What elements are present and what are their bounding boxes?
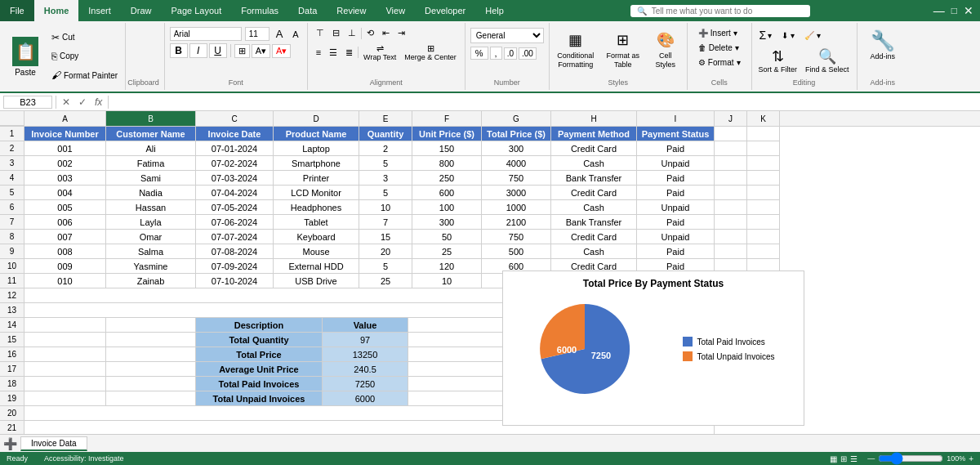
table-cell[interactable]: 5 <box>359 259 412 274</box>
tab-formulas[interactable]: Formulas <box>231 0 288 21</box>
table-cell[interactable]: Paid <box>637 186 715 200</box>
table-cell[interactable]: 07-10-2024 <box>196 274 274 288</box>
row-num[interactable]: 9 <box>0 244 24 259</box>
table-cell[interactable]: 2100 <box>482 215 551 230</box>
number-format-select[interactable]: General Number Currency <box>470 28 544 43</box>
table-cell[interactable]: 003 <box>24 171 106 186</box>
tab-page-layout[interactable]: Page Layout <box>161 0 231 21</box>
comma-button[interactable]: , <box>490 47 502 60</box>
insert-button[interactable]: ➕ Insert ▾ <box>691 26 748 40</box>
table-cell[interactable]: 005 <box>24 200 106 215</box>
row-num[interactable]: 12 <box>0 288 24 303</box>
summary-value-cell[interactable]: 6000 <box>323 391 408 406</box>
increase-decimal-button[interactable]: .0 <box>504 47 517 60</box>
table-cell[interactable]: 4000 <box>482 156 551 171</box>
search-input[interactable] <box>652 7 799 16</box>
table-cell[interactable]: 07-04-2024 <box>196 186 274 200</box>
fill-button[interactable]: ⬇ ▾ <box>777 26 799 44</box>
col-header-h[interactable]: H <box>551 111 637 126</box>
text-direction-button[interactable]: ⟲ <box>363 26 377 40</box>
table-cell[interactable]: USB Drive <box>274 274 359 288</box>
table-cell[interactable]: Paid <box>637 171 715 186</box>
table-cell[interactable]: Ali <box>106 141 196 156</box>
cell-f1[interactable]: Unit Price ($) <box>412 127 482 141</box>
tab-review[interactable]: Review <box>327 0 376 21</box>
table-cell[interactable]: Bank Transfer <box>551 215 637 230</box>
maximize-icon[interactable]: □ <box>951 5 957 16</box>
table-cell[interactable]: 300 <box>482 141 551 156</box>
sort-filter-button[interactable]: ⇅ Sort & Filter <box>755 46 801 76</box>
cell-c1[interactable]: Invoice Date <box>196 127 274 141</box>
table-cell[interactable]: 07-03-2024 <box>196 171 274 186</box>
align-center-button[interactable]: ☰ <box>326 46 341 60</box>
table-cell[interactable]: Unpaid <box>637 156 715 171</box>
row-num[interactable]: 3 <box>0 156 24 171</box>
formula-input[interactable] <box>112 96 977 108</box>
table-cell[interactable]: 07-07-2024 <box>196 230 274 244</box>
autosum-button[interactable]: Σ ▾ <box>755 26 777 44</box>
format-button[interactable]: ⚙ Format ▾ <box>691 56 748 69</box>
col-header-a[interactable]: A <box>24 111 106 126</box>
font-size-input[interactable] <box>245 27 270 41</box>
table-cell[interactable]: 20 <box>359 244 412 259</box>
row-num[interactable]: 16 <box>0 347 24 362</box>
decrease-decimal-button[interactable]: .00 <box>519 47 537 60</box>
new-sheet-button[interactable]: ➕ <box>3 437 17 450</box>
table-cell[interactable]: 120 <box>412 259 482 274</box>
indent-decrease-button[interactable]: ⇤ <box>379 26 393 40</box>
row-num[interactable]: 11 <box>0 274 24 288</box>
row-num[interactable]: 10 <box>0 259 24 274</box>
table-cell[interactable]: 010 <box>24 274 106 288</box>
table-cell[interactable]: Credit Card <box>551 141 637 156</box>
zoom-in-icon[interactable]: + <box>969 454 973 463</box>
summary-label-cell[interactable]: Total Unpaid Invoices <box>196 391 323 406</box>
tab-data[interactable]: Data <box>288 0 327 21</box>
table-cell[interactable]: LCD Monitor <box>274 186 359 200</box>
align-bottom-button[interactable]: ⊥ <box>345 26 359 40</box>
summary-label-cell[interactable]: Average Unit Price <box>196 362 323 377</box>
indent-increase-button[interactable]: ⇥ <box>394 26 408 40</box>
row-num[interactable]: 2 <box>0 141 24 156</box>
summary-value-cell[interactable]: 97 <box>323 333 408 347</box>
format-painter-button[interactable]: 🖌 Format Painter <box>49 69 120 82</box>
table-cell[interactable]: 10 <box>359 200 412 215</box>
tab-file[interactable]: File <box>0 0 34 21</box>
cell-h1[interactable]: Payment Method <box>551 127 637 141</box>
table-cell[interactable]: 3000 <box>482 186 551 200</box>
cell-reference-box[interactable] <box>3 96 52 109</box>
row-num[interactable]: 20 <box>0 406 24 421</box>
table-cell[interactable]: Unpaid <box>637 200 715 215</box>
table-cell[interactable]: Hassan <box>106 200 196 215</box>
row-num[interactable]: 18 <box>0 377 24 391</box>
table-cell[interactable]: 07-08-2024 <box>196 244 274 259</box>
table-cell[interactable]: 3 <box>359 171 412 186</box>
close-icon[interactable]: ✕ <box>964 4 973 17</box>
table-cell[interactable]: 1000 <box>482 200 551 215</box>
table-cell[interactable]: Nadia <box>106 186 196 200</box>
table-cell[interactable]: Fatima <box>106 156 196 171</box>
align-top-button[interactable]: ⊤ <box>313 26 327 40</box>
clear-button[interactable]: 🧹 ▾ <box>800 26 825 44</box>
col-header-g[interactable]: G <box>482 111 551 126</box>
decrease-font-button[interactable]: A <box>289 28 301 41</box>
col-header-b[interactable]: B <box>106 111 196 126</box>
font-color-button[interactable]: A▾ <box>272 44 291 58</box>
cell-j1[interactable] <box>715 127 747 141</box>
table-cell[interactable]: 007 <box>24 230 106 244</box>
chart-container[interactable]: Total Price By Payment Status 6000 7250 … <box>502 271 804 426</box>
table-cell[interactable]: 2 <box>359 141 412 156</box>
table-cell[interactable]: Cash <box>551 244 637 259</box>
row-num[interactable]: 15 <box>0 333 24 347</box>
row-num[interactable]: 7 <box>0 215 24 230</box>
align-left-button[interactable]: ≡ <box>313 46 324 59</box>
summary-label-cell[interactable]: Total Paid Invoices <box>196 377 323 391</box>
table-cell[interactable]: Credit Card <box>551 230 637 244</box>
col-header-c[interactable]: C <box>196 111 274 126</box>
table-cell[interactable]: Printer <box>274 171 359 186</box>
table-cell[interactable]: 750 <box>482 230 551 244</box>
tab-view[interactable]: View <box>376 0 415 21</box>
table-cell[interactable]: 300 <box>412 215 482 230</box>
conditional-formatting-button[interactable]: ▦ Conditional Formatting <box>553 26 599 72</box>
row-num[interactable]: 13 <box>0 303 24 318</box>
row-num[interactable]: 1 <box>0 127 24 141</box>
